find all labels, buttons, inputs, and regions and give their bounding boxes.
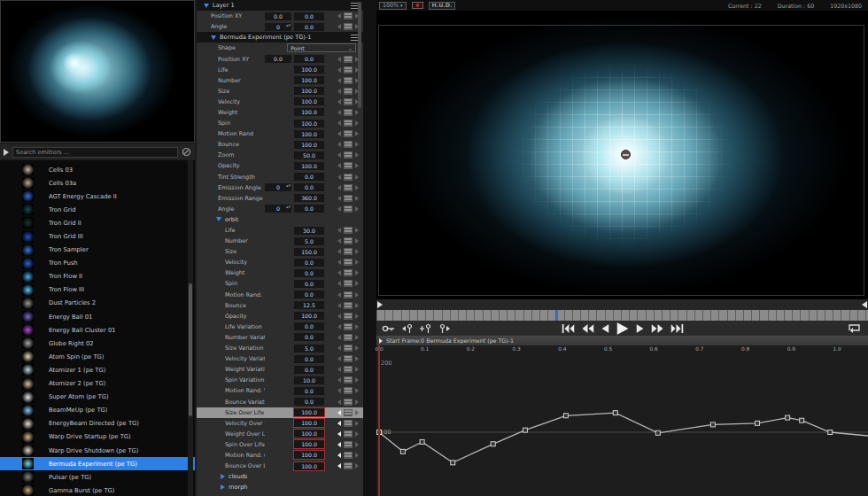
value-field[interactable]: 0.0 [294,280,324,288]
value-field[interactable]: 0.0 [294,183,324,191]
value-field[interactable]: 0.0 [294,269,324,277]
prev-key-arrow-icon[interactable] [337,142,341,147]
skip-end-icon[interactable] [670,324,683,333]
value-field[interactable]: 0.0 [294,398,324,406]
keyframe-point[interactable] [710,422,715,427]
value-field[interactable]: 0.0 [294,366,324,374]
graph-button-icon[interactable] [344,174,353,181]
keyframe-point[interactable] [451,461,455,465]
value-field[interactable]: 0.0 [294,291,324,298]
fast-forward-icon[interactable] [651,324,663,333]
prev-key-arrow-icon[interactable] [337,314,341,319]
prev-key-arrow-icon[interactable] [337,345,341,351]
graph-button-icon[interactable] [344,259,353,266]
graph-button-icon[interactable] [344,141,353,148]
prev-key-arrow-icon[interactable] [337,453,341,458]
next-key-arrow-icon[interactable] [355,314,359,319]
keyframe-point[interactable] [655,430,660,435]
parameter-row[interactable]: Size100.0 [197,86,363,97]
list-item[interactable]: Pulsar (pe TG) [0,470,195,484]
next-key-arrow-icon[interactable] [355,367,359,372]
list-item[interactable]: Cells 03 [0,163,195,176]
search-input[interactable]: Search emitters ... [12,147,178,158]
graph-button-icon[interactable] [344,420,353,427]
next-key-arrow-icon[interactable] [355,324,359,329]
list-item[interactable]: Globe Right 02 [0,337,195,350]
next-key-arrow-icon[interactable] [355,356,359,361]
parameter-row[interactable]: Motion Rand. Over Life100.0 [197,450,363,461]
prev-key-arrow-icon[interactable] [337,377,341,383]
list-item[interactable]: AGT Energy Cascade II [0,190,195,203]
next-key-arrow-icon[interactable] [355,270,359,275]
list-item[interactable]: BeamMeUp (pe TG) [0,404,195,417]
keyframe-point[interactable] [563,414,568,418]
keyframe-point[interactable] [800,418,804,422]
triangle-collapsed-icon[interactable] [221,484,225,490]
next-key-arrow-icon[interactable] [355,260,359,265]
graph-button-icon[interactable] [344,334,353,341]
parameter-row[interactable]: Velocity100.0 [197,97,363,107]
value-field-x[interactable]: 0.0 [265,55,291,63]
keyframe-point[interactable] [400,449,405,453]
parameter-row[interactable]: Tint Strength0.0 [197,172,363,182]
graph-button-icon[interactable] [344,12,353,19]
value-field[interactable]: 0.0 [294,23,324,31]
parameter-row[interactable]: Emission Angle0▴▾0.0 [197,182,363,193]
list-item[interactable]: EnergyBeam Directed (pe TG) [0,417,195,430]
keyframe-point[interactable] [420,439,424,444]
next-key-arrow-icon[interactable] [355,238,359,244]
graph-button-icon[interactable] [344,313,353,320]
prev-key-arrow-icon[interactable] [337,442,341,447]
prev-key-arrow-icon[interactable] [337,356,341,361]
spinner-icon[interactable]: ▴▾ [286,205,291,209]
graph-button-icon[interactable] [344,66,353,74]
value-field[interactable]: 30.0 [294,227,324,235]
value-field[interactable]: 150.0 [294,248,324,256]
prev-key-arrow-icon[interactable] [337,431,341,437]
value-field[interactable]: 100.0 [294,440,324,448]
prev-key-arrow-icon[interactable] [337,89,341,94]
graph-button-icon[interactable] [344,291,353,298]
graph-button-icon[interactable] [344,248,353,255]
graph-button-icon[interactable] [344,56,353,63]
graph-button-icon[interactable] [344,130,353,137]
next-key-arrow-icon[interactable] [355,463,359,469]
next-key-arrow-icon[interactable] [355,131,359,136]
parameter-row[interactable]: Angle0▴▾0.0 [197,21,363,32]
prev-key-arrow-icon[interactable] [337,388,341,393]
size-over-life-curve[interactable] [379,413,868,462]
graph-button-icon[interactable] [344,323,353,330]
value-field[interactable]: 5.0 [294,237,324,245]
range-end-marker-icon[interactable] [862,301,867,308]
prev-key-arrow-icon[interactable] [337,99,341,105]
list-item[interactable]: Atom Spin (pe TG) [0,350,195,363]
hamburger-menu-icon[interactable] [351,35,358,41]
graph-button-icon[interactable] [344,280,353,287]
prev-key-arrow-icon[interactable] [337,270,341,275]
parameter-row[interactable]: Motion Rand100.0 [197,128,363,139]
list-item[interactable]: Atomizer 1 (pe TG) [0,363,195,376]
graph-button-icon[interactable] [344,120,353,127]
prev-key-arrow-icon[interactable] [337,120,341,126]
graph-button-icon[interactable] [344,109,353,116]
value-field[interactable]: 100.0 [294,408,324,416]
prev-key-arrow-icon[interactable] [337,410,341,415]
prev-key-arrow-icon[interactable] [337,78,341,83]
graph-button-icon[interactable] [344,227,353,234]
parameter-row[interactable]: Life100.0 [197,65,363,75]
next-keyframe-icon[interactable] [438,323,450,334]
value-field[interactable]: 100.0 [294,312,324,320]
value-field-x[interactable]: 0▴▾ [265,23,291,31]
value-field[interactable]: 100.0 [294,462,324,470]
parameter-row[interactable]: Velocity Variation0.0 [197,353,363,364]
parameter-row[interactable]: Spin Over Life100.0 [197,439,363,450]
next-key-arrow-icon[interactable] [355,174,359,180]
next-key-arrow-icon[interactable] [355,399,359,405]
next-key-arrow-icon[interactable] [355,431,359,437]
triangle-expanded-icon[interactable] [216,217,221,221]
next-key-arrow-icon[interactable] [355,206,359,212]
filter-slash-icon[interactable] [182,147,191,157]
section-header[interactable]: Bermuda Experiment (pe TG)-1 [197,32,363,43]
value-field[interactable]: 100.0 [294,419,324,427]
list-item[interactable]: Bermuda Experiment (pe TG) [0,457,195,470]
